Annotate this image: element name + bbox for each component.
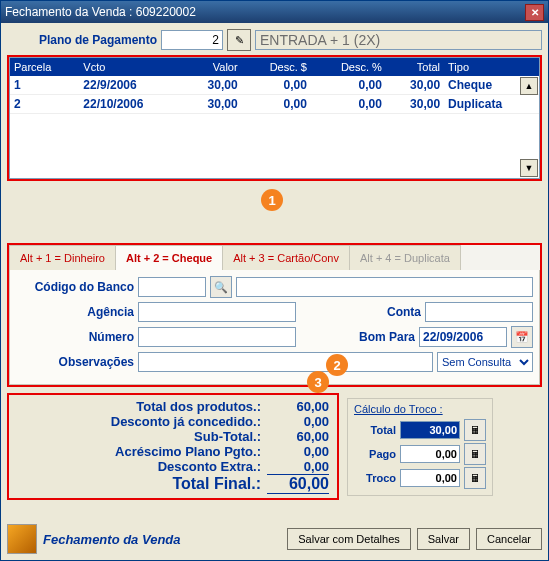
date-picker-button[interactable]: 📅 xyxy=(511,326,533,348)
tab-cartao[interactable]: Alt + 3 = Cartão/Conv xyxy=(222,245,350,270)
bompara-label: Bom Para xyxy=(359,330,415,344)
conta-label: Conta xyxy=(387,305,421,319)
change-paid-input[interactable] xyxy=(400,445,460,463)
sale-closing-window: Fechamento da Venda : 609220002 ✕ Plano … xyxy=(0,0,549,561)
payment-plan-input[interactable] xyxy=(161,30,223,50)
cancel-button[interactable]: Cancelar xyxy=(476,528,542,550)
callout-1: 1 xyxy=(261,189,283,211)
payment-plan-row: Plano de Pagamento ✎ ENTRADA + 1 (2X) xyxy=(7,29,542,51)
obs-label: Observações xyxy=(16,355,134,369)
col-tipo: Tipo xyxy=(444,58,539,76)
col-desc-v: Desc. $ xyxy=(242,58,311,76)
callout-3: 3 xyxy=(307,371,329,393)
col-parcela: Parcela xyxy=(10,58,79,76)
save-with-details-button[interactable]: Salvar com Detalhes xyxy=(287,528,411,550)
totals-box: Total dos produtos.:60,00 Desconto já co… xyxy=(7,393,339,500)
tab-dinheiro[interactable]: Alt + 1 = Dinheiro xyxy=(9,245,116,270)
wand-icon: ✎ xyxy=(235,34,244,47)
calc-button-3[interactable]: 🖩 xyxy=(464,467,486,489)
conta-input[interactable] xyxy=(425,302,533,322)
scroll-up-button[interactable]: ▲ xyxy=(520,77,538,95)
consulta-select[interactable]: Sem Consulta xyxy=(437,352,533,372)
col-valor: Valor xyxy=(183,58,241,76)
scroll-down-button[interactable]: ▼ xyxy=(520,159,538,177)
tab-body-cheque: Código do Banco 🔍 Agência Conta Número B… xyxy=(9,270,540,385)
footer: Fechamento da Venda Salvar com Detalhes … xyxy=(7,524,542,554)
search-icon: 🔍 xyxy=(214,281,228,294)
col-vcto: Vcto xyxy=(79,58,183,76)
payment-type-box: Alt + 1 = Dinheiro Alt + 2 = Cheque Alt … xyxy=(7,243,542,387)
col-desc-p: Desc. % xyxy=(311,58,386,76)
titlebar: Fechamento da Venda : 609220002 ✕ xyxy=(1,1,548,23)
calculator-icon: 🖩 xyxy=(470,424,481,436)
numero-label: Número xyxy=(16,330,134,344)
save-button[interactable]: Salvar xyxy=(417,528,470,550)
change-total-input[interactable] xyxy=(400,421,460,439)
bank-lookup-button[interactable]: 🔍 xyxy=(210,276,232,298)
bank-name-input[interactable] xyxy=(236,277,533,297)
footer-title: Fechamento da Venda xyxy=(43,533,181,546)
tab-cheque[interactable]: Alt + 2 = Cheque xyxy=(115,245,223,270)
footer-logo xyxy=(7,524,37,554)
change-box: Cálculo do Troco : Total 🖩 Pago 🖩 Troco … xyxy=(347,398,493,496)
table-row[interactable]: 1 22/9/2006 30,00 0,00 0,00 30,00 Cheque xyxy=(10,76,539,95)
bank-code-input[interactable] xyxy=(138,277,206,297)
table-row[interactable]: 2 22/10/2006 30,00 0,00 0,00 30,00 Dupli… xyxy=(10,95,539,114)
bompara-input[interactable] xyxy=(419,327,507,347)
installments-table: Parcela Vcto Valor Desc. $ Desc. % Total… xyxy=(10,58,539,114)
calc-button-1[interactable]: 🖩 xyxy=(464,419,486,441)
tab-duplicata[interactable]: Alt + 4 = Duplicata xyxy=(349,245,461,270)
calculator-icon: 🖩 xyxy=(470,448,481,460)
close-button[interactable]: ✕ xyxy=(525,4,544,21)
calendar-icon: 📅 xyxy=(515,331,529,344)
callout-2: 2 xyxy=(326,354,348,376)
obs-input[interactable] xyxy=(138,352,433,372)
col-total: Total xyxy=(386,58,444,76)
numero-input[interactable] xyxy=(138,327,296,347)
tab-strip: Alt + 1 = Dinheiro Alt + 2 = Cheque Alt … xyxy=(9,245,540,270)
calculator-icon: 🖩 xyxy=(470,472,481,484)
agencia-input[interactable] xyxy=(138,302,296,322)
window-title: Fechamento da Venda : 609220002 xyxy=(5,5,196,19)
payment-plan-label: Plano de Pagamento xyxy=(7,33,157,47)
installments-box: Parcela Vcto Valor Desc. $ Desc. % Total… xyxy=(7,55,542,181)
wand-button[interactable]: ✎ xyxy=(227,29,251,51)
bank-code-label: Código do Banco xyxy=(16,280,134,294)
payment-plan-name: ENTRADA + 1 (2X) xyxy=(255,30,542,50)
calc-button-2[interactable]: 🖩 xyxy=(464,443,486,465)
change-result-input[interactable] xyxy=(400,469,460,487)
agencia-label: Agência xyxy=(16,305,134,319)
change-header: Cálculo do Troco : xyxy=(354,403,486,415)
